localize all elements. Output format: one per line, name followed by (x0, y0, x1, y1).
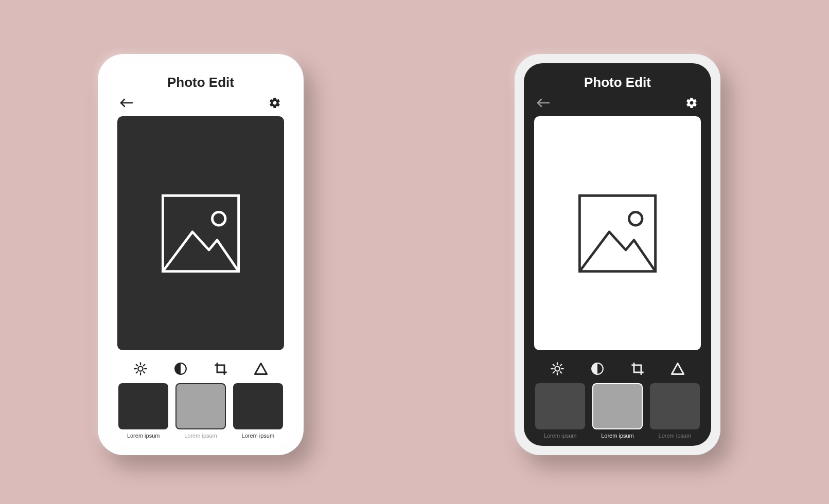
contrast-icon (591, 362, 604, 375)
tool-row (117, 357, 284, 383)
preset-swatch (535, 383, 585, 429)
top-bar (534, 96, 701, 110)
preset-1[interactable]: Lorem ipsum (535, 383, 585, 439)
image-canvas[interactable] (117, 116, 284, 350)
contrast-tool[interactable] (589, 361, 606, 377)
back-button[interactable] (119, 96, 134, 110)
preset-3[interactable]: Lorem ipsum (233, 383, 283, 439)
arrow-left-icon (537, 98, 550, 108)
svg-line-8 (136, 365, 137, 366)
svg-marker-13 (255, 364, 267, 374)
preset-label: Lorem ipsum (242, 433, 275, 439)
svg-line-24 (553, 372, 554, 373)
preset-row: Lorem ipsum Lorem ipsum Lorem ipsum (534, 383, 701, 439)
app-screen-light: Photo Edit (107, 63, 294, 446)
contrast-icon (174, 362, 187, 375)
back-button[interactable] (536, 96, 551, 110)
svg-line-23 (560, 372, 561, 373)
svg-point-16 (629, 212, 642, 225)
svg-line-9 (144, 372, 145, 373)
crop-tool[interactable] (213, 361, 229, 377)
preset-swatch-selected (592, 383, 642, 429)
preset-2[interactable]: Lorem ipsum (175, 383, 225, 439)
preset-1[interactable]: Lorem ipsum (118, 383, 168, 439)
svg-marker-27 (672, 364, 683, 374)
svg-point-17 (555, 367, 559, 371)
preset-swatch-selected (175, 383, 225, 429)
svg-rect-1 (163, 195, 238, 271)
triangle-icon (254, 362, 268, 376)
app-title: Photo Edit (117, 75, 284, 91)
brightness-tool[interactable] (549, 361, 566, 377)
arrow-left-icon (120, 98, 133, 108)
image-canvas[interactable] (534, 116, 701, 350)
svg-line-11 (144, 365, 145, 366)
brightness-tool[interactable] (132, 361, 149, 377)
triangle-icon (671, 362, 685, 376)
preset-3[interactable]: Lorem ipsum (650, 383, 700, 439)
brightness-icon (133, 362, 148, 376)
crop-icon (214, 362, 228, 376)
sharpen-tool[interactable] (669, 361, 686, 377)
settings-button[interactable] (268, 96, 282, 110)
preset-label: Lorem ipsum (601, 433, 634, 439)
tool-row (534, 357, 701, 383)
image-placeholder-icon (160, 192, 242, 275)
preset-label: Lorem ipsum (184, 433, 217, 439)
preset-label: Lorem ipsum (544, 433, 577, 439)
svg-point-2 (212, 212, 225, 225)
svg-point-3 (138, 367, 143, 371)
settings-button[interactable] (684, 96, 699, 110)
phone-mockup-light: Photo Edit (98, 54, 304, 455)
svg-line-22 (553, 365, 554, 366)
svg-line-10 (136, 372, 137, 373)
preset-label: Lorem ipsum (127, 433, 160, 439)
svg-line-25 (560, 365, 561, 366)
preset-swatch (233, 383, 283, 429)
phone-mockup-dark: Photo Edit (515, 54, 720, 455)
gear-icon (269, 97, 281, 109)
brightness-icon (550, 362, 565, 376)
contrast-tool[interactable] (172, 361, 189, 377)
preset-2[interactable]: Lorem ipsum (592, 383, 642, 439)
sharpen-tool[interactable] (253, 361, 269, 377)
svg-rect-15 (579, 195, 655, 271)
preset-swatch (118, 383, 168, 429)
crop-tool[interactable] (629, 361, 646, 377)
preset-row: Lorem ipsum Lorem ipsum Lorem ipsum (117, 383, 284, 439)
preset-label: Lorem ipsum (659, 433, 692, 439)
preset-swatch (650, 383, 700, 429)
crop-icon (630, 362, 645, 376)
image-placeholder-icon (576, 192, 659, 275)
gear-icon (685, 97, 698, 109)
app-screen-dark: Photo Edit (524, 63, 711, 446)
top-bar (117, 96, 284, 110)
app-title: Photo Edit (534, 75, 701, 91)
